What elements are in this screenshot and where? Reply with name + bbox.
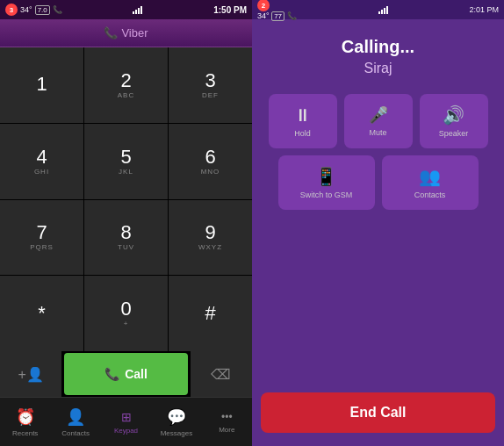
messages-icon: 💬 [167,407,186,427]
status-bar-left: 3 34° 7.0 📞 1:50 PM [0,0,252,19]
hold-button[interactable]: ⏸ Hold [269,94,337,148]
backspace-button[interactable]: ⌫ [191,351,252,397]
contacts-button[interactable]: 👥 Contacts [382,155,479,210]
call-label: Call [125,367,148,381]
hold-label: Hold [294,129,311,138]
right-panel: 2 34° 77 📞 2:01 PM Calling... Siraj ⏸ Ho… [252,0,504,446]
calling-section: Calling... Siraj [252,19,504,85]
mute-label: Mute [369,128,386,137]
status-bar-right: 2 34° 77 📞 2:01 PM [252,0,504,19]
controls-row-2: 📱 Switch to GSM 👥 Contacts [261,155,495,210]
mute-button[interactable]: 🎤 Mute [344,94,413,148]
key-3[interactable]: 3 DEF [169,47,252,123]
switch-gsm-button[interactable]: 📱 Switch to GSM [278,155,375,210]
status-left-icons: 3 34° 7.0 📞 [5,4,62,16]
calling-title: Calling... [261,37,495,57]
viber-header: 📞 Viber [0,19,252,47]
mute-icon: 🎤 [369,105,388,125]
more-icon: ••• [221,411,233,423]
calling-name: Siraj [261,61,495,76]
call-controls: ⏸ Hold 🎤 Mute 🔊 Speaker 📱 Switch to GSM … [252,85,504,392]
more-label: More [219,426,234,434]
nav-contacts[interactable]: 👤 Contacts [50,398,100,446]
contacts-label: Contacts [61,429,90,437]
contacts-call-icon: 👥 [419,166,441,187]
left-panel: 3 34° 7.0 📞 1:50 PM 📞 Viber 1 2 ABC [0,0,252,446]
keypad-icon: ⊞ [121,410,132,424]
viber-title: Viber [121,26,148,40]
keypad-grid: 1 2 ABC 3 DEF 4 GHI 5 JKL 6 MNO 7 PQRS 8 [0,47,252,351]
key-6[interactable]: 6 MNO [169,124,252,199]
speaker-button[interactable]: 🔊 Speaker [420,94,488,148]
key-1[interactable]: 1 [0,47,83,123]
viber-phone-icon: 📞 [104,26,118,40]
add-contact-icon: +👤 [18,366,43,383]
key-8[interactable]: 8 TUV [84,200,168,276]
controls-row-1: ⏸ Hold 🎤 Mute 🔊 Speaker [261,94,495,148]
key-0[interactable]: 0 + [84,276,168,351]
action-row: +👤 📞 Call ⌫ [0,351,252,397]
key-4[interactable]: 4 GHI [0,124,83,199]
time-left: 1:50 PM [213,5,247,15]
recents-icon: ⏰ [16,407,35,427]
time-right: 2:01 PM [469,5,499,14]
viber-logo: 📞 Viber [104,26,148,40]
phone-icon: 📞 [53,5,62,14]
shield-icon: 7.0 [35,5,50,15]
nav-recents[interactable]: ⏰ Recents [0,398,50,446]
notification-badge-right: 2 [257,0,270,11]
key-5[interactable]: 5 JKL [84,124,168,199]
key-2[interactable]: 2 ABC [84,47,168,123]
temp-left: 34° [20,5,32,14]
recents-label: Recents [12,429,38,437]
contacts-call-label: Contacts [414,191,446,199]
key-9[interactable]: 9 WXYZ [169,200,252,276]
switch-gsm-label: Switch to GSM [300,191,353,199]
speaker-label: Speaker [439,129,469,138]
end-call-button[interactable]: End Call [261,392,495,433]
keypad-label: Keypad [114,427,138,435]
add-contact-button[interactable]: +👤 [0,351,61,397]
bottom-nav: ⏰ Recents 👤 Contacts ⊞ Keypad 💬 Messages… [0,397,252,446]
key-7[interactable]: 7 PQRS [0,200,83,276]
key-hash[interactable]: # [169,276,252,351]
signal-bars-right [378,5,388,14]
signal-bars-left [133,5,142,14]
contacts-icon: 👤 [66,407,85,427]
call-button[interactable]: 📞 Call [64,353,188,395]
status-right-left-icons: 2 34° 77 📞 [257,0,297,20]
nav-more[interactable]: ••• More [202,398,252,446]
messages-label: Messages [161,429,192,437]
speaker-icon: 🔊 [443,104,464,126]
key-star[interactable]: * [0,276,83,351]
backspace-icon: ⌫ [211,366,231,383]
call-phone-icon: 📞 [104,367,119,381]
nav-messages[interactable]: 💬 Messages [151,398,201,446]
hold-icon: ⏸ [294,105,312,126]
notification-badge: 3 [5,4,18,16]
end-call-label: End Call [349,405,406,421]
switch-gsm-icon: 📱 [315,166,337,187]
nav-keypad[interactable]: ⊞ Keypad [101,398,151,446]
